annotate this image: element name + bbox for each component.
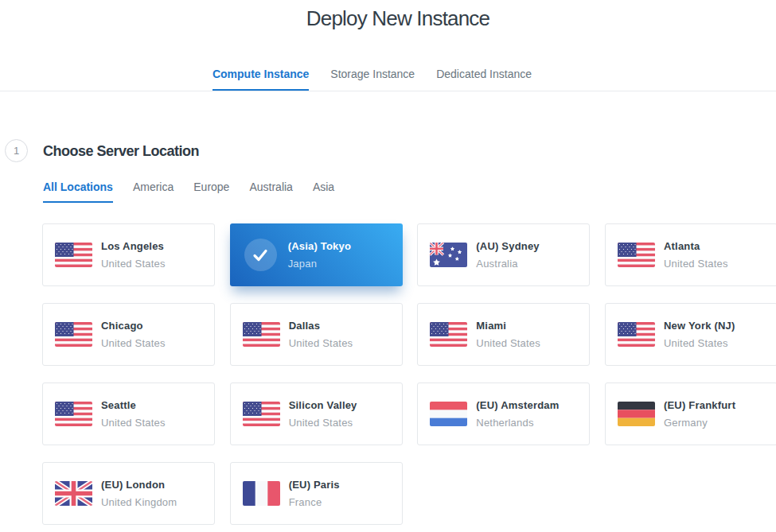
location-icon-slot: [430, 243, 467, 267]
tab-dedicated-instance[interactable]: Dedicated Instance: [436, 68, 532, 91]
location-text: Atlanta United States: [664, 240, 728, 270]
location-card-new-york-nj[interactable]: New York (NJ) United States: [605, 303, 776, 366]
location-country: United States: [101, 417, 166, 429]
location-icon-slot: [242, 239, 279, 271]
location-city: New York (NJ): [664, 320, 735, 332]
location-tab-america[interactable]: America: [133, 181, 174, 203]
location-card-au-sydney[interactable]: (AU) Sydney Australia: [417, 223, 590, 286]
flag-nl-icon: [430, 402, 467, 426]
location-icon-slot: [243, 402, 280, 426]
location-city: Seattle: [101, 399, 166, 412]
location-city: Chicago: [101, 320, 166, 332]
location-country: France: [289, 496, 340, 509]
location-card-eu-frankfurt[interactable]: (EU) Frankfurt Germany: [605, 382, 776, 445]
location-country: United States: [289, 337, 353, 350]
location-tab-australia[interactable]: Australia: [249, 181, 292, 203]
location-city: Los Angeles: [101, 240, 166, 253]
location-country: United Kingdom: [101, 496, 177, 509]
tabs-divider: [0, 91, 776, 91]
location-filter-tabs: All LocationsAmericaEuropeAustraliaAsia: [43, 181, 334, 203]
tab-compute-instance[interactable]: Compute Instance: [213, 68, 309, 91]
location-text: (EU) London United Kingdom: [101, 479, 177, 509]
location-card-asia-tokyo[interactable]: (Asia) Tokyo Japan: [230, 223, 403, 286]
location-card-los-angeles[interactable]: Los Angeles United States: [42, 223, 215, 286]
location-city: (EU) Paris: [289, 479, 340, 491]
location-icon-slot: [618, 322, 655, 347]
location-icon-slot: [55, 481, 92, 506]
location-city: (EU) Amsterdam: [476, 399, 559, 412]
location-text: (EU) Amsterdam Netherlands: [476, 399, 559, 429]
location-country: Australia: [476, 258, 540, 270]
location-tab-asia[interactable]: Asia: [313, 181, 334, 203]
flag-gb-icon: [55, 481, 92, 506]
location-text: Chicago United States: [101, 320, 166, 350]
location-city: (AU) Sydney: [476, 240, 540, 253]
location-icon-slot: [430, 402, 467, 426]
location-card-eu-london[interactable]: (EU) London United Kingdom: [42, 462, 215, 525]
location-card-eu-paris[interactable]: (EU) Paris France: [230, 462, 403, 525]
location-text: Los Angeles United States: [101, 240, 166, 270]
location-city: (Asia) Tokyo: [288, 240, 351, 253]
location-card-dallas[interactable]: Dallas United States: [230, 303, 403, 366]
flag-au-icon: [430, 243, 467, 267]
flag-us-icon: [55, 322, 92, 347]
location-text: (Asia) Tokyo Japan: [288, 240, 351, 270]
location-city: (EU) London: [101, 479, 177, 491]
location-icon-slot: [55, 322, 92, 347]
location-city: Miami: [476, 320, 540, 332]
flag-de-icon: [618, 402, 655, 426]
location-icon-slot: [243, 322, 280, 347]
location-country: United States: [476, 337, 540, 350]
location-country: Japan: [288, 258, 351, 270]
location-icon-slot: [55, 402, 92, 426]
location-city: Atlanta: [664, 240, 728, 253]
location-text: Miami United States: [476, 320, 540, 350]
page-title: Deploy New Instance: [20, 6, 776, 31]
location-text: Silicon Valley United States: [289, 399, 357, 429]
location-text: (AU) Sydney Australia: [476, 240, 540, 270]
location-country: United States: [289, 417, 357, 429]
location-city: Silicon Valley: [289, 399, 357, 412]
flag-us-icon: [243, 402, 280, 426]
step-title: Choose Server Location: [43, 144, 199, 159]
flag-fr-icon: [243, 481, 280, 506]
flag-us-icon: [243, 322, 280, 347]
location-card-silicon-valley[interactable]: Silicon Valley United States: [230, 382, 403, 445]
flag-us-icon: [430, 322, 467, 347]
step-number-badge: 1: [5, 139, 28, 162]
location-tab-europe[interactable]: Europe: [193, 181, 229, 203]
location-city: (EU) Frankfurt: [664, 399, 735, 412]
location-icon-slot: [618, 243, 655, 267]
server-location-grid: Los Angeles United States (Asia) Tokyo J…: [42, 223, 776, 525]
location-icon-slot: [430, 322, 467, 347]
location-country: Netherlands: [476, 417, 559, 429]
location-text: (EU) Paris France: [289, 479, 340, 509]
location-card-miami[interactable]: Miami United States: [417, 303, 590, 366]
tab-storage-instance[interactable]: Storage Instance: [330, 68, 415, 91]
location-card-eu-amsterdam[interactable]: (EU) Amsterdam Netherlands: [417, 382, 590, 445]
location-country: United States: [101, 337, 166, 350]
location-tab-all-locations[interactable]: All Locations: [43, 181, 113, 203]
instance-type-tabs: Compute InstanceStorage InstanceDedicate…: [0, 68, 760, 91]
checkmark-icon: [251, 246, 270, 265]
selected-check-circle: [244, 239, 277, 271]
location-country: United States: [664, 258, 728, 270]
location-card-chicago[interactable]: Chicago United States: [42, 303, 215, 366]
location-icon-slot: [243, 481, 280, 506]
flag-us-icon: [55, 402, 92, 426]
location-text: New York (NJ) United States: [664, 320, 735, 350]
location-country: Germany: [664, 417, 735, 429]
location-country: United States: [664, 337, 735, 350]
location-card-seattle[interactable]: Seattle United States: [42, 382, 215, 445]
flag-us-icon: [618, 322, 655, 347]
location-country: United States: [101, 258, 166, 270]
flag-us-icon: [55, 243, 92, 267]
location-icon-slot: [618, 402, 655, 426]
location-city: Dallas: [289, 320, 353, 332]
flag-us-icon: [618, 243, 655, 267]
location-text: (EU) Frankfurt Germany: [664, 399, 735, 429]
location-text: Dallas United States: [289, 320, 353, 350]
location-icon-slot: [55, 243, 92, 267]
deploy-new-instance-page: Deploy New Instance Compute InstanceStor…: [0, 0, 776, 532]
location-card-atlanta[interactable]: Atlanta United States: [605, 223, 776, 286]
